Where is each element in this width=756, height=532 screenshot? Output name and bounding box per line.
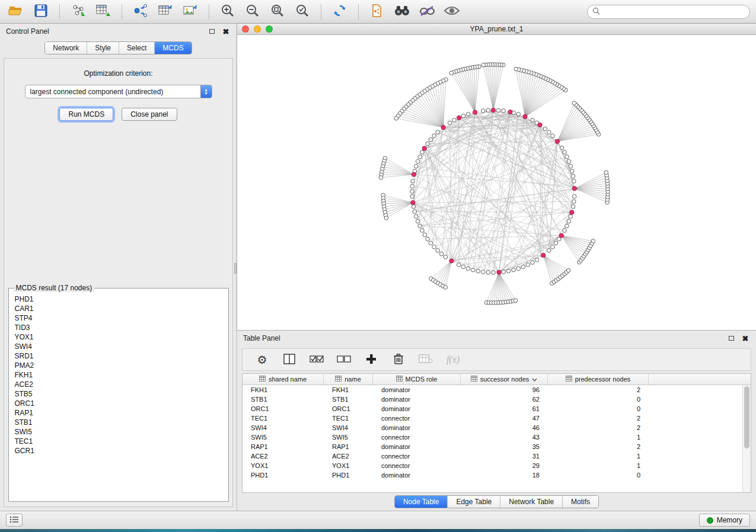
cell-mcds-role[interactable]: dominator <box>373 404 461 414</box>
cell-shared-name[interactable]: YOX1 <box>243 461 324 470</box>
cell-name[interactable]: SWI5 <box>324 432 373 442</box>
table-row[interactable]: STB1STB1dominator620 <box>243 395 742 404</box>
cell-mcds-role[interactable]: dominator <box>373 385 461 395</box>
mcds-result-item[interactable]: CAR1 <box>9 304 228 313</box>
zoom-fit-button[interactable] <box>267 2 288 21</box>
cell-mcds-role[interactable]: dominator <box>373 395 461 404</box>
column-header-mcds-role[interactable]: MCDS role <box>373 374 461 384</box>
cell-predecessor-nodes[interactable]: 0 <box>548 470 649 480</box>
cell-name[interactable]: STB1 <box>324 395 373 404</box>
find-button[interactable] <box>392 2 412 21</box>
zoom-in-button[interactable] <box>218 2 238 21</box>
table-row[interactable]: SWI4SWI4dominator462 <box>243 423 742 432</box>
column-header-shared-name[interactable]: shared name <box>243 374 324 384</box>
cell-mcds-role[interactable]: connector <box>373 461 461 470</box>
save-session-button[interactable] <box>31 2 51 21</box>
column-header-predecessor-nodes[interactable]: predecessor nodes <box>548 374 649 384</box>
cell-mcds-role[interactable]: dominator <box>373 470 461 480</box>
cell-predecessor-nodes[interactable]: 2 <box>548 423 649 432</box>
cell-shared-name[interactable]: ACE2 <box>243 451 324 461</box>
tab-edge-table[interactable]: Edge Table <box>447 496 500 508</box>
float-panel-icon[interactable] <box>207 27 216 36</box>
cell-successor-nodes[interactable]: 35 <box>461 442 548 451</box>
mcds-result-item[interactable]: RAP1 <box>9 408 228 418</box>
cell-name[interactable]: FKH1 <box>324 385 373 395</box>
scrollbar-thumb[interactable] <box>744 386 749 448</box>
delete-table-button[interactable] <box>418 352 433 367</box>
cell-mcds-role[interactable]: connector <box>373 414 461 423</box>
import-table-button[interactable] <box>93 2 113 21</box>
mcds-result-item[interactable]: PHD1 <box>9 294 228 304</box>
column-header-successor-nodes[interactable]: successor nodes <box>461 374 548 384</box>
task-history-button[interactable] <box>6 514 23 527</box>
cell-shared-name[interactable]: SWI5 <box>243 432 324 442</box>
tab-select[interactable]: Select <box>119 42 154 54</box>
delete-column-button[interactable] <box>391 352 406 367</box>
table-row[interactable]: SWI5SWI5connector431 <box>243 432 742 442</box>
cell-successor-nodes[interactable]: 18 <box>461 470 548 480</box>
tab-motifs[interactable]: Motifs <box>562 496 598 508</box>
cell-successor-nodes[interactable]: 47 <box>461 414 548 423</box>
table-row[interactable]: RAP1RAP1dominator352 <box>243 442 742 451</box>
mcds-result-item[interactable]: GCR1 <box>9 446 228 456</box>
open-session-button[interactable] <box>6 2 26 21</box>
cell-predecessor-nodes[interactable]: 2 <box>548 414 649 423</box>
cell-predecessor-nodes[interactable]: 1 <box>548 432 649 442</box>
cell-name[interactable]: PHD1 <box>324 470 373 480</box>
table-row[interactable]: FKH1FKH1dominator962 <box>243 385 742 395</box>
close-panel-icon[interactable]: ✖ <box>221 27 231 36</box>
table-scrollbar[interactable] <box>742 385 751 492</box>
cell-mcds-role[interactable]: dominator <box>373 423 461 432</box>
add-column-button[interactable] <box>363 352 379 367</box>
table-row[interactable]: ORC1ORC1dominator610 <box>243 404 742 414</box>
cell-predecessor-nodes[interactable]: 0 <box>548 395 649 404</box>
mcds-result-list[interactable]: PHD1CAR1STP4TID3YOX1SWI4SRD1PMA2FKH1ACE2… <box>9 294 228 456</box>
search-input[interactable] <box>604 8 745 16</box>
float-panel-icon[interactable] <box>726 334 736 342</box>
mcds-result-item[interactable]: STB1 <box>9 418 228 427</box>
criterion-dropdown[interactable]: largest connected component (undirected)… <box>25 85 212 98</box>
close-panel-button[interactable]: Close panel <box>122 108 177 121</box>
mcds-result-item[interactable]: TEC1 <box>9 437 228 446</box>
tab-mcds[interactable]: MCDS <box>154 42 191 54</box>
cell-shared-name[interactable]: ORC1 <box>243 404 324 414</box>
deselect-all-columns-button[interactable] <box>336 352 352 367</box>
mcds-result-item[interactable]: SRD1 <box>9 351 228 361</box>
style-preview-button[interactable] <box>417 2 437 21</box>
cell-shared-name[interactable]: FKH1 <box>243 385 324 395</box>
table-row[interactable]: YOX1YOX1connector291 <box>243 461 742 470</box>
cell-mcds-role[interactable]: connector <box>373 451 461 461</box>
mcds-result-item[interactable]: TID3 <box>9 323 228 332</box>
cell-successor-nodes[interactable]: 29 <box>461 461 548 470</box>
zoom-out-button[interactable] <box>243 2 263 21</box>
cell-name[interactable]: RAP1 <box>324 442 373 451</box>
cell-name[interactable]: ORC1 <box>324 404 373 414</box>
close-panel-icon[interactable]: ✖ <box>741 334 750 342</box>
network-window-titlebar[interactable]: YPA_prune.txt_1 <box>237 24 756 35</box>
cell-successor-nodes[interactable]: 46 <box>461 423 548 432</box>
select-all-columns-button[interactable] <box>309 352 324 367</box>
cell-successor-nodes[interactable]: 62 <box>461 395 548 404</box>
cell-name[interactable]: TEC1 <box>324 414 373 423</box>
mcds-result-item[interactable]: YOX1 <box>9 332 228 342</box>
cell-predecessor-nodes[interactable]: 2 <box>548 385 649 395</box>
cell-predecessor-nodes[interactable]: 2 <box>548 442 649 451</box>
cell-shared-name[interactable]: TEC1 <box>243 414 324 423</box>
table-settings-button[interactable]: ⚙ <box>254 352 270 367</box>
export-image-button[interactable] <box>180 2 200 21</box>
mcds-result-item[interactable]: ORC1 <box>9 399 228 408</box>
mcds-result-item[interactable]: PMA2 <box>9 361 228 370</box>
cell-successor-nodes[interactable]: 31 <box>461 451 548 461</box>
function-builder-button[interactable]: f(x) <box>445 352 461 367</box>
mcds-result-item[interactable]: STB5 <box>9 389 228 399</box>
cell-predecessor-nodes[interactable]: 1 <box>548 461 649 470</box>
show-hide-button[interactable] <box>442 2 462 21</box>
cell-predecessor-nodes[interactable]: 0 <box>548 404 649 414</box>
panel-splitter-handle[interactable] <box>234 263 237 274</box>
cell-shared-name[interactable]: STB1 <box>243 395 324 404</box>
zoom-selected-button[interactable] <box>292 2 312 21</box>
search-field[interactable] <box>587 5 750 19</box>
table-body[interactable]: FKH1FKH1dominator962STB1STB1dominator620… <box>243 385 742 492</box>
cell-name[interactable]: SWI4 <box>324 423 373 432</box>
tab-node-table[interactable]: Node Table <box>395 496 448 508</box>
